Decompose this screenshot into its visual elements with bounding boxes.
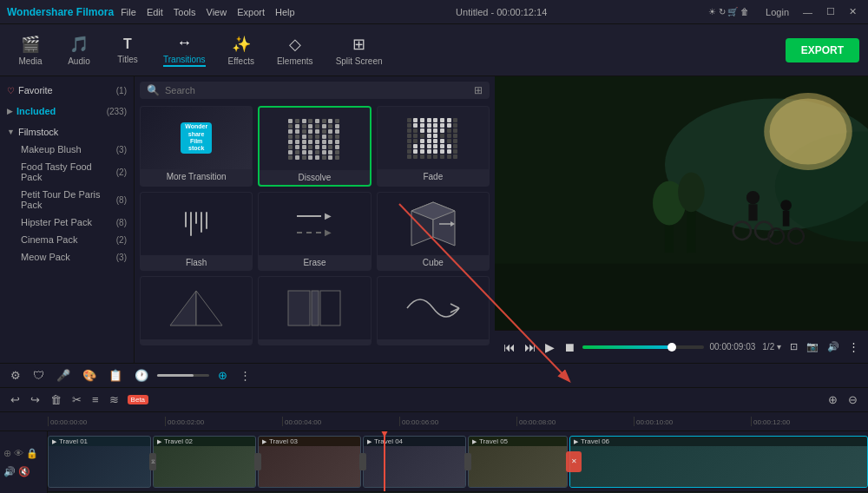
tool-audio[interactable]: 🎵 Audio [57,31,101,69]
panel-row-petit[interactable]: Petit Tour De Paris Pack (8) [14,186,134,214]
stop-icon[interactable]: ⏹ [562,339,577,356]
panel-row-makeup[interactable]: Makeup Blush (3) [14,141,134,158]
clip-travel04[interactable]: ▶ Travel 04 [363,436,466,488]
progress-bar[interactable] [582,345,704,349]
effects-label: Effects [228,56,254,66]
cut-btn[interactable]: ✂ [69,391,85,408]
skip-back-icon[interactable]: ⏮ [502,339,517,356]
trans-marker-1[interactable]: ⧖ [149,453,156,470]
audio-solo-btn[interactable]: 🔇 [18,466,30,477]
tool-transitions[interactable]: ↔ Transitions [155,30,214,70]
playhead[interactable] [384,431,385,491]
clip-travel06[interactable]: ▶ Travel 06 [569,436,868,488]
svg-marker-6 [196,291,222,325]
filmstock-label: Filmstock [18,127,127,137]
transition-erase[interactable]: ▶ ▶ Erase [258,192,371,271]
play-icon[interactable]: ▶ [543,339,556,356]
petit-count: (8) [116,195,127,205]
trans-marker-active[interactable]: ✕ [566,451,582,472]
minimize-button[interactable]: — [799,5,817,19]
panel-row-cinema[interactable]: Cinema Pack (2) [14,231,134,248]
timeline-color-btn[interactable]: 🎨 [79,367,100,384]
menu-export[interactable]: Export [237,7,265,17]
tool-media[interactable]: 🎬 Media [9,31,52,69]
clip-travel02[interactable]: ▶ Travel 02 [153,436,256,488]
tool-titles[interactable]: T Titles [106,33,149,68]
menu-edit[interactable]: Edit [147,7,163,17]
ruler-marks: 00:00:00:00 00:00:02:00 00:00:04:00 00:0… [48,417,868,426]
timeline-mic-btn[interactable]: 🎤 [53,367,74,384]
track-remove-btn[interactable]: ⊖ [845,391,861,408]
menu-view[interactable]: View [207,7,227,17]
trans-marker-2[interactable] [254,453,261,470]
panel-row-food[interactable]: Food Tasty Food Pack (2) [14,158,134,186]
tool-elements[interactable]: ◇ Elements [268,31,322,69]
order-btn[interactable]: ≡ [89,391,102,408]
close-button[interactable]: ✕ [845,4,861,19]
menu-file[interactable]: File [121,7,136,17]
timeline-more-btn[interactable]: ⋮ [236,367,254,384]
left-panel: ♡ Favorite (1) ▶ Included (233) ▼ Filmst… [0,76,135,363]
timeline-magnet-btn[interactable]: 🛡 [30,367,48,384]
maximize-button[interactable]: ☐ [822,4,839,19]
tool-split-screen[interactable]: ⊞ Split Screen [327,31,391,69]
svg-point-16 [770,98,847,164]
timeline-settings: ⚙ 🛡 🎤 🎨 📋 🕐 ⊕ ⋮ [0,364,868,388]
ws-logo: WondershareFilmstock [181,122,212,154]
wave-btn[interactable]: ≋ [106,391,122,408]
trans-marker-4[interactable] [464,453,471,470]
transition-page3a[interactable] [140,276,253,345]
volume-slider[interactable] [157,374,209,377]
audio-mute-btn[interactable]: 🔊 [3,466,16,477]
grid-view-icon[interactable]: ⊞ [474,84,483,96]
timeline-snap-btn[interactable]: ⚙ [7,367,24,384]
menu-tools[interactable]: Tools [174,7,196,17]
volume-icon[interactable]: 🔊 [825,339,841,354]
search-input[interactable] [165,85,469,95]
timeline-clip-btn[interactable]: 📋 [105,367,126,384]
track-lock-btn[interactable]: 🔒 [26,448,38,459]
effects-icon: ✨ [232,35,251,54]
menu-help[interactable]: Help [275,7,295,17]
more-icon[interactable]: ⋮ [846,339,861,355]
panel-row-filmstock[interactable]: ▼ Filmstock [0,123,134,141]
step-back-icon[interactable]: ⏭ [523,339,538,356]
panel-row-favorite[interactable]: ♡ Favorite (1) [0,82,134,99]
transition-page3b[interactable] [258,276,371,345]
fullscreen-icon[interactable]: ⊡ [788,339,799,354]
redo-btn[interactable]: ↪ [27,391,43,408]
menu-bar: File Edit Tools View Export Help [121,7,294,17]
track-add-btn[interactable]: ⊕ [825,391,841,408]
tool-effects[interactable]: ✨ Effects [220,31,263,69]
clip-travel05-thumb [469,446,567,487]
track-add-media-btn[interactable]: ⊕ [3,448,11,459]
transition-cube[interactable]: Cube [377,192,490,271]
track-eye-btn[interactable]: 👁 [14,448,23,458]
transition-flash[interactable]: Flash [140,192,253,271]
transition-page3c[interactable] [377,276,490,345]
delete-btn[interactable]: 🗑 [47,391,65,408]
trans-marker-3-icon [359,453,366,470]
preview-scene-svg [495,76,868,330]
trans-marker-3[interactable] [359,453,366,470]
timeline-add-btn[interactable]: ⊕ [214,367,231,384]
export-button[interactable]: EXPORT [786,38,859,62]
transition-dissolve[interactable]: Dissolve [258,106,371,187]
panel-row-included[interactable]: ▶ Included (233) [0,102,134,120]
timeline-clock-btn[interactable]: 🕐 [131,367,152,384]
transition-fade[interactable]: Fade [377,106,490,187]
clip-travel01[interactable]: ▶ Travel 01 [48,436,151,488]
ratio-selector[interactable]: 1/2 ▾ [760,340,783,353]
clip-travel03[interactable]: ▶ Travel 03 [258,436,361,488]
clip-travel05[interactable]: ▶ Travel 05 [468,436,568,488]
panel-row-hipster[interactable]: Hipster Pet Pack (8) [14,214,134,231]
clip-travel02-thumb [154,446,255,487]
clip-travel02-label: Travel 02 [164,437,193,445]
transition-grid: WondershareFilmstock More Transition [140,106,490,345]
snapshot-icon[interactable]: 📷 [805,339,820,354]
undo-btn[interactable]: ↩ [7,391,23,408]
panel-row-meow[interactable]: Meow Pack (3) [14,248,134,266]
transition-more[interactable]: WondershareFilmstock More Transition [140,106,253,187]
clip-travel05-header: ▶ Travel 05 [469,437,567,446]
login-button[interactable]: Login [761,5,793,19]
